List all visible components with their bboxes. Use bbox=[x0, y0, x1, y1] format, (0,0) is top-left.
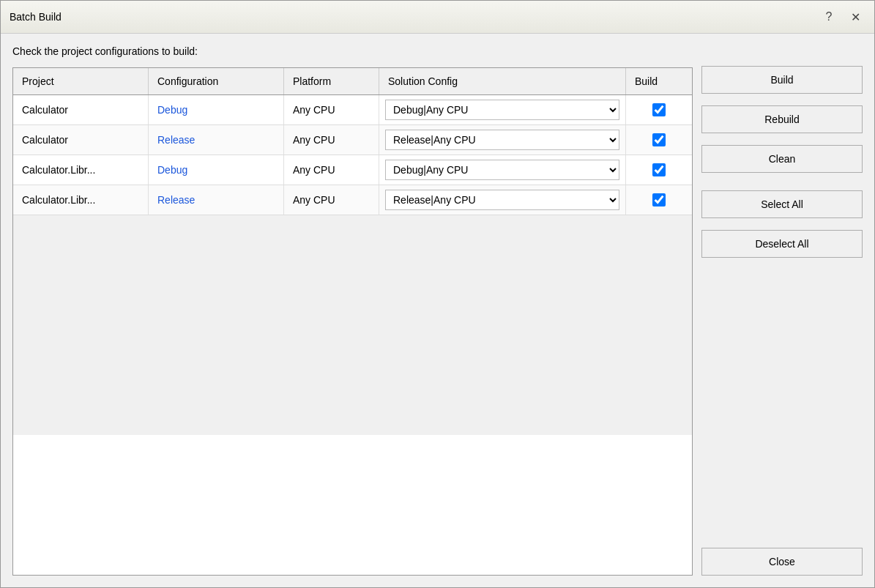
table-row: Calculator.Libr... Debug Any CPU Debug|A… bbox=[13, 155, 692, 185]
batch-build-dialog: Batch Build ? ✕ Check the project config… bbox=[0, 0, 875, 588]
solution-config-select-2[interactable]: Debug|Any CPU Release|Any CPU bbox=[385, 130, 619, 150]
cell-solution-config-2: Debug|Any CPU Release|Any CPU bbox=[379, 125, 626, 155]
description-text: Check the project configurations to buil… bbox=[12, 45, 693, 57]
cell-platform-4: Any CPU bbox=[284, 185, 379, 215]
action-buttons-bottom: Close bbox=[701, 548, 863, 576]
header-project: Project bbox=[13, 68, 149, 94]
left-panel: Check the project configurations to buil… bbox=[12, 45, 693, 576]
build-button[interactable]: Build bbox=[701, 66, 863, 94]
help-button[interactable]: ? bbox=[819, 7, 839, 27]
cell-solution-config-1: Debug|Any CPU Release|Any CPU bbox=[379, 95, 626, 124]
cell-platform-2: Any CPU bbox=[284, 125, 379, 155]
build-checkbox-4[interactable] bbox=[652, 193, 666, 206]
table-row: Calculator Debug Any CPU Debug|Any CPU R… bbox=[13, 95, 692, 125]
title-bar: Batch Build ? ✕ bbox=[1, 1, 874, 34]
table-header: Project Configuration Platform Solution … bbox=[13, 68, 692, 95]
dialog-title: Batch Build bbox=[10, 11, 62, 23]
header-configuration: Configuration bbox=[149, 68, 284, 94]
deselect-all-button[interactable]: Deselect All bbox=[701, 230, 863, 258]
header-solution-config: Solution Config bbox=[379, 68, 626, 94]
dialog-content: Check the project configurations to buil… bbox=[1, 34, 874, 587]
cell-build-4 bbox=[626, 185, 692, 215]
cell-config-3: Debug bbox=[149, 155, 284, 185]
header-platform: Platform bbox=[284, 68, 379, 94]
solution-config-select-4[interactable]: Debug|Any CPU Release|Any CPU bbox=[385, 190, 619, 210]
action-buttons-top: Build Rebuild Clean bbox=[701, 66, 863, 179]
clean-button[interactable]: Clean bbox=[701, 145, 863, 173]
title-bar-controls: ? ✕ bbox=[819, 7, 865, 27]
table-row: Calculator Release Any CPU Debug|Any CPU… bbox=[13, 125, 692, 155]
cell-config-2: Release bbox=[149, 125, 284, 155]
build-checkbox-1[interactable] bbox=[652, 103, 666, 116]
cell-solution-config-4: Debug|Any CPU Release|Any CPU bbox=[379, 185, 626, 215]
right-panel: Build Rebuild Clean Select All Deselect … bbox=[701, 45, 863, 576]
select-all-button[interactable]: Select All bbox=[701, 190, 863, 218]
cell-solution-config-3: Debug|Any CPU Release|Any CPU bbox=[379, 155, 626, 185]
header-build: Build bbox=[626, 68, 692, 94]
cell-build-2 bbox=[626, 125, 692, 155]
table-empty-area bbox=[13, 215, 692, 435]
cell-config-4: Release bbox=[149, 185, 284, 215]
close-button[interactable]: Close bbox=[701, 548, 863, 576]
close-icon-button[interactable]: ✕ bbox=[845, 7, 865, 27]
cell-project-3: Calculator.Libr... bbox=[13, 155, 149, 185]
solution-config-select-3[interactable]: Debug|Any CPU Release|Any CPU bbox=[385, 160, 619, 180]
build-checkbox-3[interactable] bbox=[652, 163, 666, 176]
cell-build-1 bbox=[626, 95, 692, 124]
cell-build-3 bbox=[626, 155, 692, 185]
cell-project-2: Calculator bbox=[13, 125, 149, 155]
cell-platform-1: Any CPU bbox=[284, 95, 379, 124]
table-body: Calculator Debug Any CPU Debug|Any CPU R… bbox=[13, 95, 692, 575]
cell-config-1: Debug bbox=[149, 95, 284, 124]
action-buttons-mid: Select All Deselect All bbox=[701, 190, 863, 264]
table-container: Project Configuration Platform Solution … bbox=[12, 67, 693, 576]
cell-project-1: Calculator bbox=[13, 95, 149, 124]
cell-platform-3: Any CPU bbox=[284, 155, 379, 185]
build-checkbox-2[interactable] bbox=[652, 133, 666, 146]
table-row: Calculator.Libr... Release Any CPU Debug… bbox=[13, 185, 692, 215]
cell-project-4: Calculator.Libr... bbox=[13, 185, 149, 215]
solution-config-select-1[interactable]: Debug|Any CPU Release|Any CPU bbox=[385, 100, 619, 120]
rebuild-button[interactable]: Rebuild bbox=[701, 105, 863, 133]
